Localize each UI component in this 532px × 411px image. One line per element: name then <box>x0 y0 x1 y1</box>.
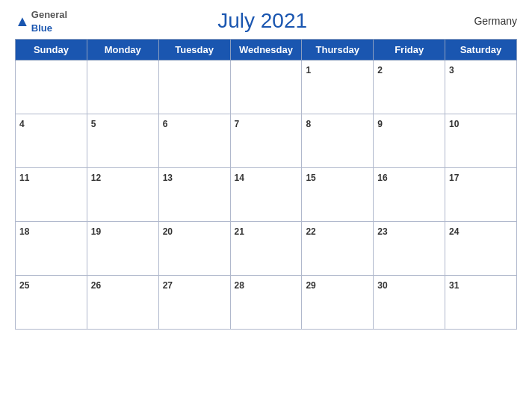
day-number: 22 <box>306 226 315 237</box>
day-header-saturday: Saturday <box>445 40 517 61</box>
calendar-cell: 17 <box>445 168 517 222</box>
calendar-table: SundayMondayTuesdayWednesdayThursdayFrid… <box>15 39 517 330</box>
day-number: 7 <box>235 119 240 129</box>
calendar-cell: 22 <box>302 222 374 276</box>
calendar-cell: 7 <box>230 114 302 168</box>
calendar-cell: 6 <box>158 114 230 168</box>
day-number: 18 <box>19 226 29 237</box>
calendar-cell: 1 <box>302 61 374 114</box>
day-header-wednesday: Wednesday <box>230 40 302 61</box>
calendar-cell: 10 <box>445 114 517 168</box>
logo-general-text: General <box>31 9 67 20</box>
day-number: 25 <box>19 280 29 291</box>
week-row-5: 25262728293031 <box>16 276 517 330</box>
day-number: 4 <box>19 119 25 129</box>
day-number: 8 <box>306 119 311 129</box>
day-number: 31 <box>449 280 459 291</box>
day-number: 28 <box>235 280 244 291</box>
week-row-4: 18192021222324 <box>16 222 517 276</box>
calendar-cell: 15 <box>302 168 374 222</box>
day-number: 24 <box>449 226 459 237</box>
day-header-friday: Friday <box>374 40 445 61</box>
day-number: 5 <box>91 119 96 129</box>
calendar-cell: 20 <box>158 222 230 276</box>
day-number: 23 <box>377 226 387 237</box>
calendar-title: July 2021 <box>67 9 457 33</box>
day-number: 13 <box>163 173 173 183</box>
logo-blue-text: Blue <box>31 22 52 34</box>
day-number: 6 <box>163 119 168 129</box>
calendar-cell: 12 <box>87 168 158 222</box>
calendar-cell: 11 <box>16 168 87 222</box>
day-number: 9 <box>377 119 383 129</box>
logo: ▲ General Blue <box>15 7 67 34</box>
day-number: 10 <box>449 119 459 129</box>
calendar-cell: 14 <box>230 168 302 222</box>
week-row-2: 45678910 <box>16 114 517 168</box>
calendar-cell: 30 <box>374 276 445 330</box>
day-header-tuesday: Tuesday <box>158 40 230 61</box>
calendar-cell: 29 <box>302 276 374 330</box>
day-number: 12 <box>91 173 101 183</box>
day-number: 17 <box>449 173 459 183</box>
day-number: 20 <box>163 226 173 237</box>
day-number: 15 <box>306 173 315 183</box>
calendar-cell: 9 <box>374 114 445 168</box>
day-header-sunday: Sunday <box>16 40 87 61</box>
page-header: ▲ General Blue July 2021 Germany <box>15 7 517 34</box>
day-number: 21 <box>235 226 244 237</box>
day-header-thursday: Thursday <box>302 40 374 61</box>
logo-icon: ▲ <box>15 13 30 30</box>
calendar-cell: 25 <box>16 276 87 330</box>
calendar-cell: 8 <box>302 114 374 168</box>
calendar-cell: 5 <box>87 114 158 168</box>
day-number: 16 <box>377 173 387 183</box>
week-row-3: 11121314151617 <box>16 168 517 222</box>
day-number: 1 <box>306 65 311 75</box>
country-label: Germany <box>457 15 517 27</box>
calendar-cell: 2 <box>374 61 445 114</box>
day-number: 3 <box>449 65 454 75</box>
day-number: 2 <box>377 65 383 75</box>
calendar-cell: 18 <box>16 222 87 276</box>
day-number: 29 <box>306 280 315 291</box>
calendar-cell: 21 <box>230 222 302 276</box>
calendar-cell <box>230 61 302 114</box>
calendar-cell: 28 <box>230 276 302 330</box>
week-row-1: 123 <box>16 61 517 114</box>
days-header-row: SundayMondayTuesdayWednesdayThursdayFrid… <box>16 40 517 61</box>
day-number: 30 <box>377 280 387 291</box>
calendar-cell: 24 <box>445 222 517 276</box>
calendar-cell: 23 <box>374 222 445 276</box>
day-number: 14 <box>235 173 244 183</box>
day-number: 26 <box>91 280 101 291</box>
calendar-cell: 4 <box>16 114 87 168</box>
calendar-cell <box>87 61 158 114</box>
day-header-monday: Monday <box>87 40 158 61</box>
day-number: 11 <box>19 173 29 183</box>
calendar-cell: 31 <box>445 276 517 330</box>
calendar-cell: 13 <box>158 168 230 222</box>
calendar-cell: 3 <box>445 61 517 114</box>
calendar-cell <box>16 61 87 114</box>
calendar-cell: 26 <box>87 276 158 330</box>
calendar-cell: 27 <box>158 276 230 330</box>
day-number: 27 <box>163 280 173 291</box>
day-number: 19 <box>91 226 101 237</box>
calendar-cell: 19 <box>87 222 158 276</box>
calendar-cell: 16 <box>374 168 445 222</box>
calendar-cell <box>158 61 230 114</box>
